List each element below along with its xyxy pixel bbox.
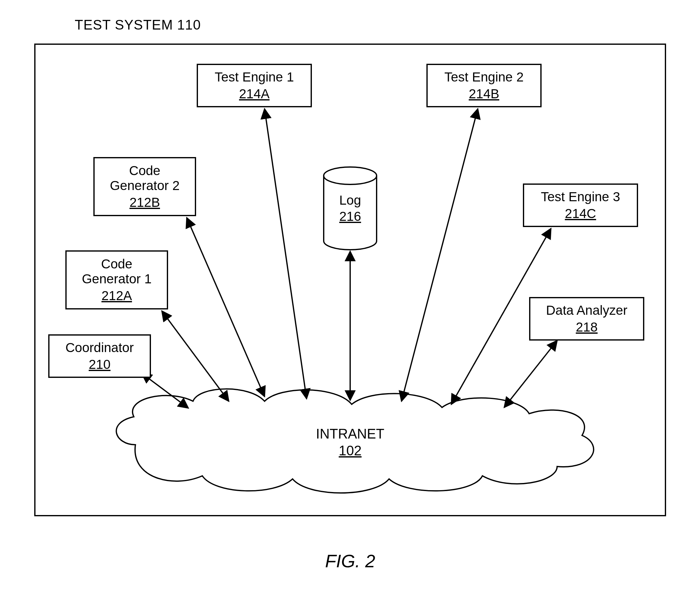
node-code-generator-2: Code Generator 2 212B (93, 157, 196, 216)
node-ref: 218 (576, 320, 598, 335)
node-code-generator-1: Code Generator 1 212A (65, 250, 168, 309)
intranet-label: INTRANET 102 (315, 426, 386, 459)
node-test-engine-1: Test Engine 1 214A (197, 64, 312, 107)
node-coordinator: Coordinator 210 (48, 334, 151, 378)
node-data-analyzer: Data Analyzer 218 (529, 297, 644, 341)
diagram-canvas: TEST SYSTEM 110 (0, 0, 700, 599)
node-label: Data Analyzer (546, 303, 627, 318)
log-ref: 216 (330, 209, 370, 224)
intranet-text: INTRANET (316, 426, 384, 441)
node-test-engine-3: Test Engine 3 214C (523, 183, 638, 227)
node-ref: 214B (469, 86, 499, 101)
edge-analyzer (504, 341, 557, 408)
log-label-group: Log 216 (330, 193, 370, 224)
node-test-engine-2: Test Engine 2 214B (426, 64, 542, 107)
intranet-ref: 102 (315, 443, 386, 459)
node-label: Test Engine 1 (215, 70, 294, 85)
log-text: Log (339, 193, 361, 207)
edge-codegen1 (162, 311, 229, 401)
node-label: Test Engine 2 (445, 70, 524, 85)
svg-point-0 (324, 167, 377, 184)
figure-caption: FIG. 2 (311, 550, 389, 571)
node-label: Test Engine 3 (541, 189, 620, 204)
node-ref: 212A (101, 288, 132, 303)
node-ref: 210 (89, 357, 110, 372)
node-label-2: Generator 2 (110, 178, 180, 193)
node-ref: 214C (565, 206, 596, 221)
node-label-2: Generator 1 (82, 271, 152, 286)
node-label: Coordinator (65, 340, 133, 355)
edge-codegen2 (187, 218, 265, 396)
edge-test2 (401, 109, 478, 401)
node-label-1: Code (129, 163, 160, 178)
node-ref: 214A (239, 86, 270, 101)
node-label-1: Code (101, 257, 132, 271)
node-ref: 212B (129, 195, 160, 210)
edge-test1 (265, 109, 306, 399)
